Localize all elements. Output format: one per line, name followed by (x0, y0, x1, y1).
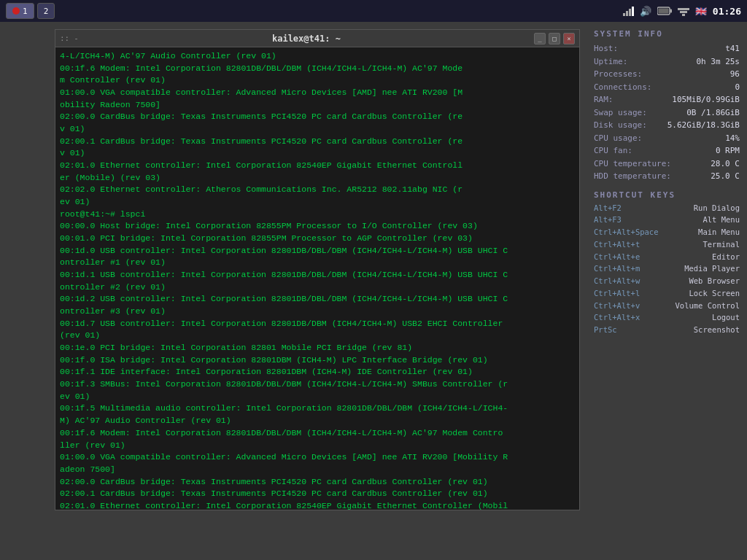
shortcut-rows: Alt+F2Run DialogAlt+F3Alt MenuCtrl+Alt+S… (594, 203, 740, 336)
maximize-button[interactable]: □ (549, 33, 560, 44)
sysinfo-row: Host:t41 (594, 43, 740, 55)
shortcut-row: Ctrl+Alt+xLogout (594, 312, 740, 324)
shortcut-key: Ctrl+Alt+x (594, 312, 640, 324)
sysinfo-row: Uptime:0h 3m 25s (594, 56, 740, 69)
svg-rect-2 (658, 9, 668, 14)
sysinfo-val: 0 RPM (716, 145, 740, 158)
taskbar-left: 1 2 (6, 3, 55, 19)
sysinfo-key: CPU usage: (594, 133, 642, 145)
terminal-titlebar: :: - kailex@t41: ~ _ □ × (55, 30, 579, 47)
svg-rect-5 (678, 8, 689, 10)
shortcut-row: Ctrl+Alt+SpaceMain Menu (594, 227, 740, 238)
battery-icon (657, 7, 672, 15)
sysinfo-val: 28.0 C (711, 158, 740, 171)
grip-icon: :: (60, 34, 69, 43)
shortcut-action: Web Browser (689, 276, 740, 287)
shortcut-key: Ctrl+Alt+t (594, 239, 640, 251)
sysinfo-key: RAM: (594, 94, 614, 106)
shortcut-title: SHORTCUT KEYS (594, 190, 740, 200)
sysinfo-row: Swap usage:0B /1.86GiB (594, 107, 740, 120)
shortcut-key: Ctrl+Alt+w (594, 276, 640, 287)
taskbar-tab2[interactable]: 2 (37, 3, 55, 19)
shortcut-key: Ctrl+Alt+l (594, 288, 640, 300)
shortcut-key: Ctrl+Alt+e (594, 252, 640, 263)
terminal-window: :: - kailex@t41: ~ _ □ × 4-L/ICH4-M) AC'… (55, 29, 580, 510)
sysinfo-val: 0B /1.86GiB (686, 107, 740, 120)
shortcut-action: Screenshot (694, 324, 740, 336)
shortcut-row: Alt+F3Alt Menu (594, 214, 740, 226)
sysinfo-key: CPU fan: (594, 145, 632, 158)
sysinfo-row: CPU temperature:28.0 C (594, 158, 740, 171)
shortcut-key: PrtSc (594, 324, 617, 336)
shortcut-row: Ctrl+Alt+mMedia Player (594, 263, 740, 275)
tab2-number: 2 (44, 7, 49, 16)
minimize-button[interactable]: _ (534, 33, 546, 44)
sysinfo-val: 5.62GiB/18.3GiB (667, 120, 740, 132)
shortcut-action: Media Player (684, 263, 740, 275)
shortcut-key: Ctrl+Alt+Space (594, 227, 659, 238)
signal-icon (623, 6, 634, 16)
tab1-number: 1 (23, 7, 28, 16)
sysinfo-key: Swap usage: (594, 107, 647, 120)
sysinfo-val: 14% (725, 133, 740, 145)
sysinfo-val: 0h 3m 25s (696, 56, 740, 69)
sysinfo-key: Processes: (594, 69, 642, 81)
shortcut-row: Alt+F2Run Dialog (594, 203, 740, 214)
shortcut-key: Ctrl+Alt+m (594, 263, 640, 275)
close-button[interactable]: × (563, 33, 575, 44)
sysinfo-key: Connections: (594, 82, 651, 94)
sysinfo-row: CPU usage:14% (594, 133, 740, 145)
sysinfo-title: SYSTEM INFO (594, 29, 740, 39)
clock: 01:26 (713, 6, 741, 17)
svg-rect-4 (680, 11, 687, 13)
titlebar-dash: - (74, 34, 79, 43)
shortcut-row: Ctrl+Alt+tTerminal (594, 239, 740, 251)
sysinfo-panel: SYSTEM INFO Host:t41Uptime:0h 3m 25sProc… (594, 29, 740, 337)
svg-rect-1 (670, 9, 672, 13)
taskbar-tab1[interactable]: 1 (6, 3, 34, 19)
sysinfo-row: Processes:96 (594, 69, 740, 81)
taskbar-right: 🔊 🇬🇧 01:26 (623, 6, 741, 17)
sysinfo-row: RAM:105MiB/0.99GiB (594, 94, 740, 106)
shortcut-action: Terminal (703, 239, 740, 251)
network-icon (678, 6, 689, 16)
sysinfo-key: CPU temperature: (594, 158, 671, 171)
shortcut-row: Ctrl+Alt+wWeb Browser (594, 276, 740, 287)
titlebar-left: :: - (60, 34, 79, 43)
sysinfo-val: 25.0 C (711, 171, 740, 183)
shortcut-row: Ctrl+Alt+vVolume Control (594, 300, 740, 312)
shortcut-action: Logout (712, 312, 740, 324)
shortcut-action: Volume Control (675, 300, 740, 312)
shortcut-row: Ctrl+Alt+eEditor (594, 252, 740, 263)
shortcut-action: Main Menu (698, 227, 740, 238)
sysinfo-key: HDD temperature: (594, 171, 671, 183)
shortcut-key: Ctrl+Alt+v (594, 300, 640, 312)
flag-icon: 🇬🇧 (695, 6, 707, 17)
sysinfo-val: t41 (725, 43, 740, 55)
shortcut-row: PrtScScreenshot (594, 324, 740, 336)
sysinfo-row: Disk usage:5.62GiB/18.3GiB (594, 120, 740, 132)
sysinfo-val: 105MiB/0.99GiB (672, 94, 740, 106)
taskbar: 1 2 🔊 (0, 0, 747, 22)
sysinfo-val: 96 (730, 69, 740, 81)
sysinfo-row: CPU fan:0 RPM (594, 145, 740, 158)
tab1-indicator (12, 7, 20, 15)
svg-rect-3 (682, 14, 685, 16)
sysinfo-key: Uptime: (594, 56, 627, 69)
shortcut-action: Lock Screen (689, 288, 740, 300)
desktop: :: - kailex@t41: ~ _ □ × 4-L/ICH4-M) AC'… (0, 22, 747, 560)
terminal-content[interactable]: 4-L/ICH4-M) AC'97 Audio Controller (rev … (55, 47, 579, 510)
sysinfo-key: Host: (594, 43, 618, 55)
shortcut-row: Ctrl+Alt+lLock Screen (594, 288, 740, 300)
sysinfo-row: Connections:0 (594, 82, 740, 94)
sysinfo-rows: Host:t41Uptime:0h 3m 25sProcesses:96Conn… (594, 43, 740, 183)
shortcut-action: Editor (712, 252, 740, 263)
volume-icon[interactable]: 🔊 (640, 6, 651, 17)
shortcut-action: Run Dialog (694, 203, 740, 214)
shortcut-key: Alt+F2 (594, 203, 622, 214)
terminal-title: kailex@t41: ~ (272, 34, 341, 44)
shortcut-key: Alt+F3 (594, 214, 622, 226)
sysinfo-row: HDD temperature:25.0 C (594, 171, 740, 183)
sysinfo-key: Disk usage: (594, 120, 647, 132)
titlebar-buttons: _ □ × (534, 33, 575, 44)
